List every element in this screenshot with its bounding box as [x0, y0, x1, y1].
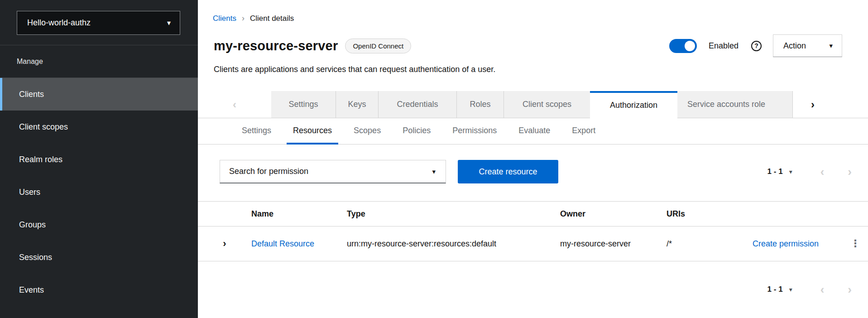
resources-toolbar: Search for permission ▾ Create resource … [220, 160, 852, 183]
sidebar-item-groups[interactable]: Groups [0, 208, 198, 241]
main-content: Clients › Client details my-resource-ser… [198, 0, 868, 318]
sidebar-nav: Clients Client scopes Realm roles Users … [0, 77, 198, 306]
authorization-subtabs: Settings Resources Scopes Policies Permi… [198, 118, 868, 145]
page-header: my-resource-server OpenID Connect Enable… [214, 34, 842, 58]
resource-uris-cell: /* [667, 239, 721, 249]
resources-table: Name Type Owner URIs › Default Resource … [198, 201, 868, 261]
sidebar-item-sessions[interactable]: Sessions [0, 241, 198, 274]
tab-settings[interactable]: Settings [271, 91, 336, 118]
page-description: Clients are applications and services th… [214, 65, 868, 74]
expand-row-icon[interactable]: › [223, 239, 226, 249]
breadcrumb-clients-link[interactable]: Clients [213, 14, 236, 23]
search-permission-select[interactable]: Search for permission ▾ [220, 160, 446, 183]
sidebar-section-label: Manage [0, 45, 198, 77]
enabled-label: Enabled [709, 41, 739, 51]
tabs-scroll-right-button[interactable]: › [793, 91, 833, 118]
pagination-next-button[interactable]: › [848, 284, 852, 295]
resource-type-cell: urn:my-resource-server:resources:default [347, 239, 560, 249]
pagination-bottom-row: 1 - 1 ▾ ‹ › [198, 278, 852, 301]
tab-keys[interactable]: Keys [336, 91, 379, 118]
page-title: my-resource-server [214, 39, 338, 53]
subtab-settings[interactable]: Settings [235, 118, 278, 145]
resource-owner-cell: my-resource-server [560, 239, 667, 249]
subtab-permissions[interactable]: Permissions [446, 118, 503, 145]
action-dropdown[interactable]: Action ▾ [773, 34, 842, 57]
tabs-scroll-left-button[interactable]: ‹ [198, 91, 271, 118]
subtab-resources[interactable]: Resources [287, 118, 338, 145]
breadcrumb-divider-icon: › [242, 14, 245, 23]
sidebar-item-realm-roles[interactable]: Realm roles [0, 143, 198, 176]
action-dropdown-label: Action [783, 41, 806, 51]
sidebar-item-clients[interactable]: Clients [0, 78, 198, 111]
toggle-knob [685, 41, 695, 51]
subtab-policies[interactable]: Policies [396, 118, 437, 145]
column-header-name: Name [251, 209, 347, 219]
realm-section: Hello-world-authz ▾ [0, 0, 198, 45]
search-permission-label: Search for permission [229, 167, 308, 176]
sidebar-item-users[interactable]: Users [0, 176, 198, 208]
breadcrumb-current: Client details [250, 14, 294, 23]
tab-client-scopes[interactable]: Client scopes [504, 91, 590, 118]
pagination-prev-button[interactable]: ‹ [820, 284, 825, 295]
chevron-down-icon: ▾ [432, 168, 436, 176]
pagination-menu-caret-icon[interactable]: ▾ [789, 168, 792, 175]
subtab-scopes[interactable]: Scopes [347, 118, 387, 145]
help-icon[interactable]: ? [751, 41, 762, 51]
sidebar-item-events[interactable]: Events [0, 274, 198, 306]
create-resource-button[interactable]: Create resource [458, 160, 558, 183]
subtab-export[interactable]: Export [566, 118, 602, 145]
table-row: › Default Resource urn:my-resource-serve… [198, 226, 868, 261]
row-expand-cell: › [198, 239, 251, 249]
pagination-top: 1 - 1 ▾ ‹ › [767, 166, 852, 178]
breadcrumb: Clients › Client details [213, 14, 868, 23]
table-header-row: Name Type Owner URIs [198, 201, 868, 226]
realm-name: Hello-world-authz [27, 18, 91, 28]
kebab-menu-icon[interactable]: ⋮ [850, 238, 860, 250]
client-tabs: ‹ Settings Keys Credentials Roles Client… [198, 91, 868, 118]
realm-selector[interactable]: Hello-world-authz ▾ [17, 11, 180, 35]
column-header-owner: Owner [560, 209, 667, 219]
sidebar-item-client-scopes[interactable]: Client scopes [0, 111, 198, 143]
sidebar: Hello-world-authz ▾ Manage Clients Clien… [0, 0, 198, 318]
chevron-left-icon: ‹ [233, 98, 236, 111]
enabled-toggle[interactable] [669, 39, 697, 53]
subtab-evaluate[interactable]: Evaluate [512, 118, 556, 145]
tab-service-accounts-roles[interactable]: Service accounts role [677, 91, 793, 118]
chevron-down-icon: ▾ [167, 19, 171, 27]
tab-roles[interactable]: Roles [457, 91, 504, 118]
protocol-badge: OpenID Connect [345, 39, 411, 53]
create-permission-link[interactable]: Create permission [753, 239, 819, 248]
header-controls: Enabled ? Action ▾ [669, 34, 842, 57]
chevron-right-icon: › [811, 98, 815, 111]
chevron-down-icon: ▾ [829, 42, 833, 50]
resource-name-link[interactable]: Default Resource [251, 239, 314, 248]
column-header-uris: URIs [667, 209, 721, 219]
pagination-range: 1 - 1 [767, 285, 783, 294]
pagination-next-button[interactable]: › [848, 166, 852, 178]
pagination-menu-caret-icon[interactable]: ▾ [789, 286, 792, 293]
tab-authorization[interactable]: Authorization [590, 91, 677, 118]
tab-credentials[interactable]: Credentials [379, 91, 457, 118]
column-header-type: Type [347, 209, 560, 219]
pagination-bottom: 1 - 1 ▾ ‹ › [767, 284, 852, 295]
pagination-prev-button[interactable]: ‹ [820, 166, 825, 178]
pagination-range: 1 - 1 [767, 167, 783, 176]
